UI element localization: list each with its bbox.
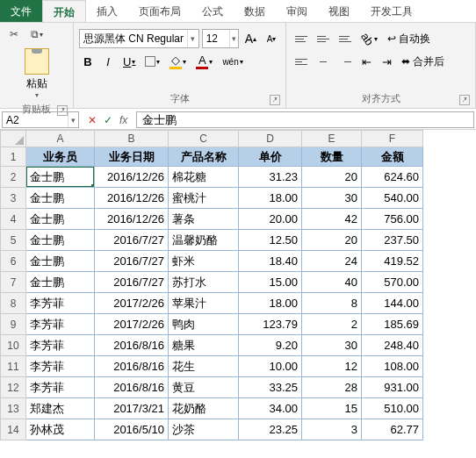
cancel-formula-button[interactable]: ✕ bbox=[88, 114, 97, 126]
column-header[interactable]: F bbox=[362, 130, 423, 147]
table-cell[interactable]: 248.40 bbox=[362, 335, 423, 356]
clipboard-launcher[interactable]: ⭷ bbox=[57, 105, 68, 116]
table-cell[interactable]: 15.00 bbox=[239, 272, 302, 293]
table-cell[interactable]: 李芳菲 bbox=[26, 335, 95, 356]
table-cell[interactable]: 42 bbox=[302, 209, 362, 230]
font-size-combo[interactable]: ▾ bbox=[202, 29, 239, 48]
increase-font-button[interactable]: A▴ bbox=[242, 29, 260, 48]
table-cell[interactable]: 李芳菲 bbox=[26, 314, 95, 335]
bold-button[interactable]: B bbox=[79, 52, 97, 71]
table-cell[interactable]: 28 bbox=[302, 377, 362, 398]
paste-button[interactable]: 粘贴 ▾ bbox=[5, 47, 68, 101]
table-cell[interactable]: 40 bbox=[302, 272, 362, 293]
table-cell[interactable]: 570.00 bbox=[362, 272, 423, 293]
table-cell[interactable]: 10.00 bbox=[239, 356, 302, 377]
table-cell[interactable]: 2016/12/26 bbox=[95, 167, 169, 188]
table-cell[interactable]: 540.00 bbox=[362, 188, 423, 209]
insert-function-button[interactable]: fx bbox=[119, 114, 127, 126]
row-header[interactable]: 7 bbox=[0, 272, 26, 293]
table-cell[interactable]: 2016/7/27 bbox=[95, 272, 169, 293]
column-header[interactable]: D bbox=[239, 130, 302, 147]
table-cell[interactable]: 18.40 bbox=[239, 251, 302, 272]
table-cell[interactable]: 20.00 bbox=[239, 209, 302, 230]
table-cell[interactable]: 孙林茂 bbox=[26, 419, 95, 440]
table-cell[interactable]: 花生 bbox=[169, 356, 239, 377]
phonetic-button[interactable]: wén▾ bbox=[219, 52, 246, 71]
table-cell[interactable]: 鸭肉 bbox=[169, 314, 239, 335]
table-cell[interactable]: 12 bbox=[302, 356, 362, 377]
table-cell[interactable]: 金士鹏 bbox=[26, 272, 95, 293]
table-cell[interactable]: 62.77 bbox=[362, 419, 423, 440]
table-cell[interactable]: 2017/3/21 bbox=[95, 398, 169, 419]
table-cell[interactable]: 苹果汁 bbox=[169, 293, 239, 314]
chevron-down-icon[interactable]: ▾ bbox=[229, 30, 238, 47]
table-header-cell[interactable]: 业务员 bbox=[26, 147, 95, 167]
tab-file[interactable]: 文件 bbox=[0, 0, 42, 22]
table-header-cell[interactable]: 单价 bbox=[239, 147, 302, 167]
table-header-cell[interactable]: 业务日期 bbox=[95, 147, 169, 167]
row-header[interactable]: 6 bbox=[0, 251, 26, 272]
table-header-cell[interactable]: 金额 bbox=[362, 147, 423, 167]
table-cell[interactable]: 2016/5/10 bbox=[95, 419, 169, 440]
table-cell[interactable]: 20 bbox=[302, 230, 362, 251]
table-cell[interactable]: 金士鹏 bbox=[26, 251, 95, 272]
align-left-button[interactable] bbox=[292, 52, 311, 71]
table-cell[interactable]: 2016/8/16 bbox=[95, 335, 169, 356]
table-cell[interactable]: 15 bbox=[302, 398, 362, 419]
decrease-indent-button[interactable]: ⇤ bbox=[357, 52, 375, 71]
underline-button[interactable]: U▾ bbox=[119, 52, 139, 71]
table-cell[interactable]: 2016/7/27 bbox=[95, 251, 169, 272]
table-cell[interactable]: 18.00 bbox=[239, 188, 302, 209]
table-cell[interactable]: 8 bbox=[302, 293, 362, 314]
table-cell[interactable]: 34.00 bbox=[239, 398, 302, 419]
copy-button[interactable]: ⧉▾ bbox=[26, 25, 47, 43]
table-cell[interactable]: 2017/2/26 bbox=[95, 314, 169, 335]
font-color-button[interactable]: A▾ bbox=[192, 52, 216, 71]
table-cell[interactable]: 624.60 bbox=[362, 167, 423, 188]
table-cell[interactable]: 金士鹏 bbox=[26, 230, 95, 251]
column-header[interactable]: B bbox=[95, 130, 169, 147]
table-cell[interactable]: 虾米 bbox=[169, 251, 239, 272]
row-header[interactable]: 14 bbox=[0, 419, 26, 440]
chevron-down-icon[interactable]: ▾ bbox=[68, 112, 78, 127]
border-button[interactable]: ▾ bbox=[141, 52, 163, 71]
row-header[interactable]: 4 bbox=[0, 209, 26, 230]
row-header[interactable]: 9 bbox=[0, 314, 26, 335]
align-middle-button[interactable] bbox=[314, 29, 333, 48]
table-cell[interactable]: 3 bbox=[302, 419, 362, 440]
alignment-launcher[interactable]: ⭷ bbox=[459, 95, 470, 105]
table-cell[interactable]: 144.00 bbox=[362, 293, 423, 314]
table-cell[interactable]: 123.79 bbox=[239, 314, 302, 335]
table-cell[interactable]: 20 bbox=[302, 167, 362, 188]
table-cell[interactable]: 30 bbox=[302, 335, 362, 356]
table-cell[interactable]: 12.50 bbox=[239, 230, 302, 251]
fill-color-button[interactable]: ◇▾ bbox=[166, 52, 190, 71]
font-name-input[interactable] bbox=[80, 30, 187, 47]
cut-button[interactable]: ✂ bbox=[5, 25, 23, 43]
table-cell[interactable]: 李芳菲 bbox=[26, 377, 95, 398]
table-cell[interactable]: 9.20 bbox=[239, 335, 302, 356]
table-cell[interactable]: 2017/2/26 bbox=[95, 293, 169, 314]
table-cell[interactable]: 419.52 bbox=[362, 251, 423, 272]
table-cell[interactable]: 苏打水 bbox=[169, 272, 239, 293]
font-launcher[interactable]: ⭷ bbox=[270, 95, 280, 105]
table-cell[interactable]: 2016/8/16 bbox=[95, 377, 169, 398]
align-right-button[interactable] bbox=[335, 52, 355, 71]
table-cell[interactable]: 郑建杰 bbox=[26, 398, 95, 419]
table-cell[interactable]: 糖果 bbox=[169, 335, 239, 356]
tab-data[interactable]: 数据 bbox=[234, 0, 276, 22]
wrap-text-button[interactable]: ↩自动换 bbox=[384, 30, 434, 48]
tab-formulas[interactable]: 公式 bbox=[191, 0, 234, 22]
table-cell[interactable]: 18.00 bbox=[239, 293, 302, 314]
table-cell[interactable]: 蜜桃汁 bbox=[169, 188, 239, 209]
column-header[interactable]: E bbox=[302, 130, 362, 147]
table-cell[interactable]: 31.23 bbox=[239, 167, 302, 188]
row-header[interactable]: 3 bbox=[0, 188, 26, 209]
column-header[interactable]: A bbox=[26, 130, 95, 147]
align-bottom-button[interactable] bbox=[335, 29, 355, 48]
table-cell[interactable]: 2016/7/27 bbox=[95, 230, 169, 251]
table-cell[interactable]: 薯条 bbox=[169, 209, 239, 230]
table-cell[interactable]: 金士鹏 bbox=[26, 188, 95, 209]
font-name-combo[interactable]: ▾ bbox=[79, 29, 199, 48]
table-cell[interactable]: 金士鹏 bbox=[26, 209, 95, 230]
